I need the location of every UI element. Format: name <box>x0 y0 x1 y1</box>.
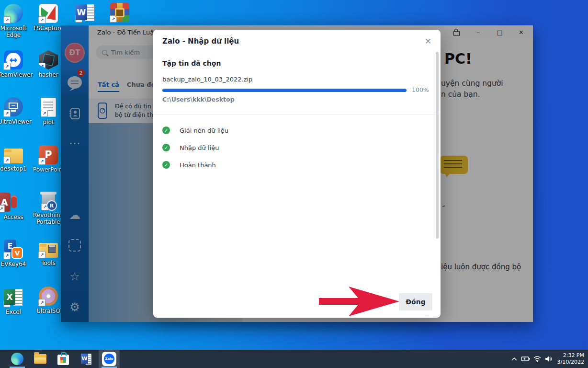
red-annotation-arrow <box>315 286 400 317</box>
close-dialog-button[interactable]: Đóng <box>399 293 432 310</box>
shortcut-arrow-icon <box>41 110 48 117</box>
app-icon <box>76 3 95 22</box>
edge-icon <box>11 353 23 365</box>
desktop-icon-ultraviewer[interactable]: UltraViewer <box>0 97 29 126</box>
system-tray: 2:32 PM 3/10/2022 <box>509 350 588 368</box>
desktop-icon-fscapture[interactable]: FSCapture <box>33 4 64 32</box>
shortcut-arrow-icon <box>0 205 5 212</box>
shortcut-arrow-icon <box>110 15 117 23</box>
import-data-modal: Zalo - Nhập dữ liệu ✕ Tập tin đã chọn ba… <box>153 30 441 318</box>
divider <box>153 114 441 115</box>
taskbar-explorer-button[interactable] <box>30 350 51 368</box>
app-icon <box>4 149 23 163</box>
taskbar-clock[interactable]: 2:32 PM 3/10/2022 <box>556 352 584 366</box>
shortcut-arrow-icon <box>3 157 11 164</box>
file-name: backup_zalo_10_03_2022.zip <box>162 76 252 83</box>
desktop-icon-label: RevoUninsta Portable <box>33 212 64 226</box>
modal-close-icon[interactable]: ✕ <box>422 35 434 47</box>
tray-chevron-up-icon[interactable] <box>509 350 520 368</box>
import-step: Hoàn thành <box>162 156 426 173</box>
desktop-icon-ultraiso[interactable]: UltraISO <box>33 287 64 315</box>
app-icon <box>4 240 23 259</box>
check-circle-icon <box>162 161 170 169</box>
shortcut-arrow-icon <box>3 110 11 117</box>
clock-date: 3/10/2022 <box>556 359 584 366</box>
app-icon <box>42 194 55 210</box>
desktop-icon-evkey64[interactable]: EVKey64 <box>0 240 29 268</box>
selected-file-heading: Tập tin đã chọn <box>162 59 221 67</box>
microsoft-store-icon <box>57 355 69 365</box>
app-icon <box>41 98 56 117</box>
desktop-icon-hasher[interactable]: hasher <box>33 50 64 79</box>
app-icon <box>110 3 129 22</box>
app-icon <box>4 4 23 23</box>
zalo-icon: Zalo <box>102 352 116 366</box>
desktop-icon-desktop1[interactable]: desktop1 <box>0 145 29 172</box>
check-circle-icon <box>162 126 170 134</box>
step-label: Giải nén dữ liệu <box>180 127 228 134</box>
app-icon <box>4 50 23 69</box>
shortcut-arrow-icon <box>3 300 11 307</box>
desktop-icon-label: UltraISO <box>33 308 64 315</box>
shortcut-arrow-icon <box>38 158 45 165</box>
import-step: Giải nén dữ liệu <box>162 122 426 139</box>
app-icon <box>39 145 58 164</box>
file-explorer-icon <box>34 354 46 364</box>
desktop-icon-tools[interactable]: Tools <box>33 240 64 267</box>
desktop-icon-teamviewer[interactable]: TeamViewer <box>0 50 29 79</box>
shortcut-arrow-icon <box>38 16 45 23</box>
desktop-icon-powerpoint[interactable]: PowerPoint <box>33 145 64 173</box>
desktop-icon-label: Excel <box>0 309 29 316</box>
desktop-icon-label: plot <box>33 119 64 126</box>
app-icon <box>39 50 58 69</box>
shortcut-arrow-icon <box>3 16 11 23</box>
shortcut-arrow-icon <box>38 251 45 258</box>
desktop-icon-label: Tools <box>33 260 64 267</box>
shortcut-arrow-icon <box>75 15 82 23</box>
shortcut-arrow-icon <box>38 299 45 306</box>
app-icon <box>39 4 58 23</box>
shortcut-arrow-icon <box>3 63 11 70</box>
file-path: C:\Users\kkk\Desktop <box>162 96 235 103</box>
taskbar-word-button[interactable] <box>76 350 97 368</box>
desktop-icon-label: TeamViewer <box>0 72 29 79</box>
desktop-icon-winrar[interactable] <box>104 3 135 24</box>
app-icon <box>39 243 58 258</box>
desktop-icon-word[interactable] <box>70 3 101 24</box>
clock-time: 2:32 PM <box>556 352 584 359</box>
app-icon <box>0 193 11 212</box>
taskbar-edge-button[interactable] <box>7 350 28 368</box>
shortcut-arrow-icon <box>3 252 11 259</box>
desktop-icon-label: PowerPoint <box>33 167 64 173</box>
desktop-icon-plot[interactable]: plot <box>33 97 64 126</box>
desktop-icon-access[interactable]: Access <box>0 193 29 221</box>
shortcut-arrow-icon <box>41 203 48 210</box>
progress-percent: 100% <box>412 86 429 93</box>
desktop-icon-label: Access <box>0 214 29 221</box>
shortcut-arrow-icon <box>38 63 45 70</box>
modal-scrollbar[interactable] <box>436 52 439 239</box>
import-step: Nhập dữ liệu <box>162 139 426 156</box>
desktop-icon-label: desktop1 <box>0 166 29 172</box>
desktop-icon-label: hasher <box>33 72 64 79</box>
battery-icon[interactable] <box>520 350 531 368</box>
desktop-icon-revouninstaller[interactable]: RevoUninsta Portable <box>33 192 64 226</box>
import-steps: Giải nén dữ liệu Nhập dữ liệu Hoàn thành <box>162 122 426 173</box>
progress-bar <box>162 89 407 92</box>
progress-bar-fill <box>162 89 407 92</box>
word-icon <box>81 353 91 365</box>
desktop-icon-microsoft-edge[interactable]: Microsoft Edge <box>0 4 29 39</box>
step-label: Nhập dữ liệu <box>180 144 219 151</box>
desktop-icon-label: Microsoft Edge <box>0 25 29 39</box>
taskbar-store-button[interactable] <box>53 350 74 368</box>
check-circle-icon <box>162 144 170 151</box>
taskbar-zalo-button[interactable]: Zalo <box>99 350 120 368</box>
wifi-icon[interactable] <box>531 350 543 368</box>
step-label: Hoàn thành <box>180 161 216 169</box>
modal-title: Zalo - Nhập dữ liệu <box>162 37 239 46</box>
taskbar: Zalo <box>0 350 588 368</box>
desktop-icon-label: UltraViewer <box>0 119 29 126</box>
speaker-icon[interactable] <box>543 350 554 368</box>
app-icon <box>4 97 23 116</box>
desktop-icon-excel[interactable]: Excel <box>0 288 29 316</box>
